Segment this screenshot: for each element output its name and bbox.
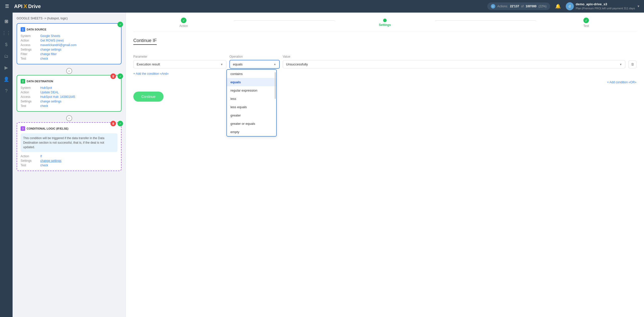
option-greater[interactable]: greater bbox=[227, 111, 276, 120]
node-conditional-logic: ✓ 🗑 3 CONDITIONAL LOGIC (IF/ELSE) This c… bbox=[17, 122, 122, 171]
node-row: Test check bbox=[21, 164, 117, 167]
step-action: ✓ Action bbox=[133, 18, 234, 28]
node-title-1: 1 DATA SOURCE bbox=[21, 27, 117, 32]
add-connector-2[interactable]: + bbox=[66, 115, 72, 121]
header: ☰ API X Drive i Actions: 22'137 of 100'0… bbox=[0, 0, 644, 13]
scrollbar-thumb bbox=[275, 72, 276, 99]
main-layout: GOOGLE SHEETS -> (hubspot, logic) ✓ 1 DA… bbox=[13, 13, 644, 317]
logo-api: API bbox=[14, 4, 22, 9]
bell-icon[interactable]: 🔔 bbox=[554, 3, 562, 10]
step-label-test: Test bbox=[583, 24, 589, 28]
sidebar-item-connections[interactable]: ⋮⋮ bbox=[2, 28, 11, 38]
scrollbar[interactable] bbox=[275, 70, 276, 136]
node-row: Filter change filter bbox=[21, 52, 117, 56]
node-row: Settings change settings bbox=[21, 100, 117, 103]
option-less[interactable]: less bbox=[227, 95, 276, 103]
row-value[interactable]: HubSpot bbox=[40, 86, 52, 90]
sidebar-item-home[interactable]: ⊞ bbox=[2, 17, 11, 26]
row-value[interactable]: If bbox=[40, 154, 42, 158]
node-row: Settings change settings bbox=[21, 48, 117, 51]
logo-x: X bbox=[23, 3, 27, 10]
user-info: demo_apix-drive_s3 Plan |Premium PRO| le… bbox=[576, 2, 635, 10]
condition-description: This condition will be triggered if the … bbox=[21, 133, 117, 152]
add-or-link[interactable]: + Add condition «OR» bbox=[607, 81, 636, 84]
check-icon-node1: ✓ bbox=[117, 22, 123, 27]
breadcrumb: GOOGLE SHEETS -> (hubspot, logic) bbox=[17, 17, 122, 20]
row-value[interactable]: Update DEAL bbox=[40, 91, 59, 94]
node-num-2: 2 bbox=[21, 79, 25, 84]
row-value[interactable]: change filter bbox=[40, 52, 57, 56]
info-icon: i bbox=[491, 4, 495, 9]
row-value[interactable]: change settings bbox=[40, 159, 61, 163]
row-value[interactable]: HubSpot Hub: 143801645 bbox=[40, 95, 75, 99]
add-and-link[interactable]: + Add the condition «And» bbox=[133, 72, 169, 75]
node-title-3: 3 CONDITIONAL LOGIC (IF/ELSE) bbox=[21, 126, 117, 131]
step-circle-action: ✓ bbox=[181, 18, 186, 23]
delete-condition-button[interactable]: 🗑 bbox=[628, 60, 636, 68]
row-value[interactable]: Google Sheets bbox=[40, 34, 60, 38]
option-less-equals[interactable]: less equals bbox=[227, 103, 276, 111]
row-value[interactable]: Get ROWS (new) bbox=[40, 39, 64, 42]
row-value[interactable]: maverickandrii@gmail.com bbox=[40, 43, 76, 47]
row-label: Access bbox=[21, 95, 38, 99]
node-rows-3: Action If Settings change settings Test … bbox=[21, 154, 117, 167]
user-menu[interactable]: d demo_apix-drive_s3 Plan |Premium PRO| … bbox=[566, 2, 640, 10]
node-row: System Google Sheets bbox=[21, 34, 117, 38]
chevron-up-icon: ▼ bbox=[273, 63, 276, 66]
option-contains[interactable]: contains bbox=[227, 70, 276, 78]
row-label: Test bbox=[21, 104, 38, 108]
row-value[interactable]: check bbox=[40, 104, 48, 108]
step-circle-test: ✓ bbox=[583, 18, 589, 23]
node-row: Access maverickandrii@gmail.com bbox=[21, 43, 117, 47]
node-row: Access HubSpot Hub: 143801645 bbox=[21, 95, 117, 99]
user-name: demo_apix-drive_s3 bbox=[576, 2, 635, 7]
check-icon-node3: ✓ bbox=[117, 121, 123, 126]
delete-node3-button[interactable]: 🗑 bbox=[110, 121, 116, 126]
continue-button[interactable]: Continue bbox=[133, 92, 164, 102]
sidebar-item-profile[interactable]: 👤 bbox=[2, 74, 11, 84]
node-row: System HubSpot bbox=[21, 86, 117, 90]
step-test: ✓ Test bbox=[536, 18, 636, 28]
sidebar-item-help[interactable]: ? bbox=[2, 86, 11, 96]
row-value[interactable]: check bbox=[40, 164, 48, 167]
connector-1: + bbox=[17, 67, 122, 75]
user-plan: Plan |Premium PRO| left until payment 31… bbox=[576, 7, 635, 10]
row-value[interactable]: change settings bbox=[40, 100, 61, 103]
option-greater-or-equals[interactable]: greater or equals bbox=[227, 120, 276, 128]
actions-count: 22'137 bbox=[510, 5, 519, 8]
row-value[interactable]: check bbox=[40, 57, 48, 60]
row-label: Settings bbox=[21, 48, 38, 51]
parameter-dropdown[interactable]: Execution result ▼ bbox=[133, 60, 226, 68]
option-empty[interactable]: empty bbox=[227, 128, 276, 136]
logo: API X Drive bbox=[14, 3, 41, 10]
value-dropdown[interactable]: Unsuccessfully ▼ bbox=[283, 60, 625, 68]
sidebar-item-tasks[interactable]: 🗂 bbox=[2, 51, 11, 61]
row-label: Action bbox=[21, 91, 38, 94]
menu-icon[interactable]: ☰ bbox=[4, 3, 10, 10]
actions-of: of bbox=[521, 5, 524, 8]
val-label: Value bbox=[283, 55, 636, 58]
node-row: Action Get ROWS (new) bbox=[21, 39, 117, 42]
row-label: System bbox=[21, 34, 38, 38]
delete-node2-button[interactable]: 🗑 bbox=[110, 73, 116, 79]
sidebar-item-billing[interactable]: $ bbox=[2, 40, 11, 49]
condition-row: Parameter Operation Value Execution resu… bbox=[133, 55, 636, 69]
sidebar-item-media[interactable]: ▶ bbox=[2, 63, 11, 72]
chevron-down-icon: ▼ bbox=[220, 63, 223, 66]
option-equals[interactable]: equals bbox=[227, 78, 276, 86]
step-label-settings: Settings bbox=[379, 23, 391, 27]
actions-info: i Actions: 22'137 of 100'000 (22%) bbox=[487, 3, 550, 10]
add-connector-1[interactable]: + bbox=[66, 68, 72, 74]
operation-dropdown[interactable]: equals ▼ bbox=[229, 60, 280, 69]
op-label: Operation bbox=[229, 55, 280, 58]
node-rows-2: System HubSpot Action Update DEAL Access… bbox=[21, 86, 117, 108]
node-data-destination: ✓ 🗑 2 DATA DESTINATION System HubSpot Ac… bbox=[17, 75, 122, 112]
row-value[interactable]: change settings bbox=[40, 48, 61, 51]
node-data-source: ✓ 1 DATA SOURCE System Google Sheets Act… bbox=[17, 23, 122, 64]
check-icon-node2: ✓ bbox=[117, 73, 123, 79]
node-row: Action Update DEAL bbox=[21, 91, 117, 94]
node-row: Action If bbox=[21, 154, 117, 158]
param-label: Parameter bbox=[133, 55, 226, 58]
step-line-2 bbox=[435, 20, 536, 21]
option-regular-expression[interactable]: regular expression bbox=[227, 86, 276, 95]
